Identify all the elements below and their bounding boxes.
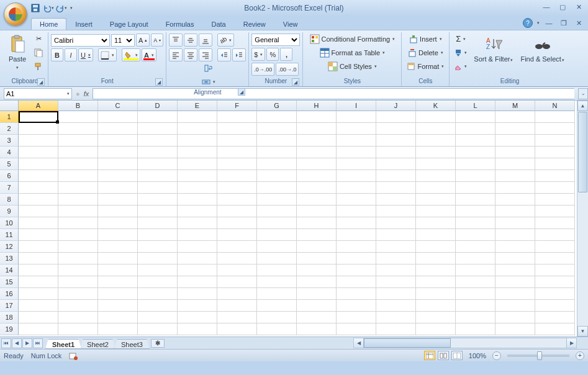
cell[interactable] xyxy=(535,253,575,264)
percent-button[interactable]: % xyxy=(266,48,279,61)
cell[interactable] xyxy=(257,111,297,123)
zoom-out-button[interactable]: − xyxy=(492,351,501,360)
cell[interactable] xyxy=(257,229,297,241)
cell[interactable] xyxy=(376,147,416,158)
cell[interactable] xyxy=(535,194,575,206)
cell[interactable] xyxy=(297,170,337,182)
cell[interactable] xyxy=(98,300,138,312)
cell[interactable] xyxy=(495,253,535,264)
cell[interactable] xyxy=(257,312,297,323)
cell[interactable] xyxy=(138,217,178,229)
cell[interactable] xyxy=(58,288,98,300)
cell[interactable] xyxy=(178,147,217,158)
cell[interactable] xyxy=(58,229,98,241)
row-header[interactable]: 1 xyxy=(0,111,19,123)
cell[interactable] xyxy=(456,276,495,288)
cell[interactable] xyxy=(456,300,495,312)
cell[interactable] xyxy=(19,253,58,264)
cell[interactable] xyxy=(495,206,535,217)
dropdown-icon[interactable]: ▾ xyxy=(65,6,67,11)
cell[interactable] xyxy=(217,158,257,170)
cell[interactable] xyxy=(337,158,376,170)
cell[interactable] xyxy=(495,123,535,135)
cell[interactable] xyxy=(416,323,456,335)
decrease-indent-button[interactable] xyxy=(217,48,231,61)
underline-button[interactable]: U▾ xyxy=(78,48,93,61)
cell[interactable] xyxy=(337,194,376,206)
cell[interactable] xyxy=(495,229,535,241)
column-header[interactable]: F xyxy=(217,101,257,111)
cell[interactable] xyxy=(297,111,337,123)
cell[interactable] xyxy=(535,241,575,253)
save-icon[interactable] xyxy=(30,2,41,14)
column-header[interactable]: A xyxy=(19,101,58,111)
cell[interactable] xyxy=(376,217,416,229)
cell[interactable] xyxy=(98,217,138,229)
next-sheet-button[interactable]: ▶ xyxy=(22,338,32,348)
cell[interactable] xyxy=(376,312,416,323)
align-top-button[interactable] xyxy=(169,34,183,47)
cell[interactable] xyxy=(98,123,138,135)
cell[interactable] xyxy=(337,111,376,123)
align-right-button[interactable] xyxy=(199,48,212,61)
column-header[interactable]: H xyxy=(297,101,337,111)
cell[interactable] xyxy=(178,264,217,276)
cell[interactable] xyxy=(138,276,178,288)
cell[interactable] xyxy=(98,206,138,217)
cell[interactable] xyxy=(416,217,456,229)
cell[interactable] xyxy=(535,312,575,323)
decrease-decimal-button[interactable]: .00→.0 xyxy=(276,63,299,76)
row-header[interactable]: 6 xyxy=(0,170,19,182)
cell[interactable] xyxy=(535,300,575,312)
cell[interactable] xyxy=(535,123,575,135)
cell[interactable] xyxy=(217,111,257,123)
cell[interactable] xyxy=(535,217,575,229)
cell[interactable] xyxy=(138,170,178,182)
cell[interactable] xyxy=(178,229,217,241)
cell[interactable] xyxy=(456,323,495,335)
cell[interactable] xyxy=(297,206,337,217)
cell[interactable] xyxy=(257,264,297,276)
cell[interactable] xyxy=(98,288,138,300)
cell[interactable] xyxy=(217,276,257,288)
workbook-close-button[interactable]: ✕ xyxy=(573,19,584,27)
cell[interactable] xyxy=(337,206,376,217)
cell[interactable] xyxy=(19,170,58,182)
orientation-button[interactable]: ab▾ xyxy=(217,34,234,47)
cell[interactable] xyxy=(19,264,58,276)
close-button[interactable]: ✕ xyxy=(573,2,584,11)
column-header[interactable]: I xyxy=(337,101,376,111)
cell[interactable] xyxy=(416,241,456,253)
cell[interactable] xyxy=(58,182,98,194)
cell[interactable] xyxy=(535,182,575,194)
cell-styles-button[interactable]: Cell Styles▾ xyxy=(305,60,399,73)
cell[interactable] xyxy=(337,229,376,241)
cell[interactable] xyxy=(257,288,297,300)
cell[interactable] xyxy=(98,182,138,194)
fill-button[interactable]: ▾ xyxy=(452,46,469,59)
last-sheet-button[interactable]: ⏭ xyxy=(33,338,43,348)
cell[interactable] xyxy=(297,123,337,135)
name-box[interactable]: A1 ▾ xyxy=(4,88,72,99)
cell[interactable] xyxy=(138,158,178,170)
cell[interactable] xyxy=(178,217,217,229)
cell[interactable] xyxy=(138,206,178,217)
tab-home[interactable]: Home xyxy=(31,18,66,30)
shrink-font-button[interactable]: A▾ xyxy=(151,34,163,47)
row-header[interactable]: 5 xyxy=(0,158,19,170)
cell[interactable] xyxy=(178,288,217,300)
cell[interactable] xyxy=(297,300,337,312)
cell[interactable] xyxy=(456,264,495,276)
row-header[interactable]: 12 xyxy=(0,241,19,253)
cell[interactable] xyxy=(416,123,456,135)
cell[interactable] xyxy=(98,253,138,264)
cell[interactable] xyxy=(297,323,337,335)
cell[interactable] xyxy=(416,135,456,147)
cell[interactable] xyxy=(217,206,257,217)
cell[interactable] xyxy=(98,241,138,253)
cell[interactable] xyxy=(138,264,178,276)
column-header[interactable]: C xyxy=(98,101,138,111)
cell[interactable] xyxy=(297,135,337,147)
merge-center-button[interactable]: ▾ xyxy=(171,75,246,88)
cell[interactable] xyxy=(98,147,138,158)
